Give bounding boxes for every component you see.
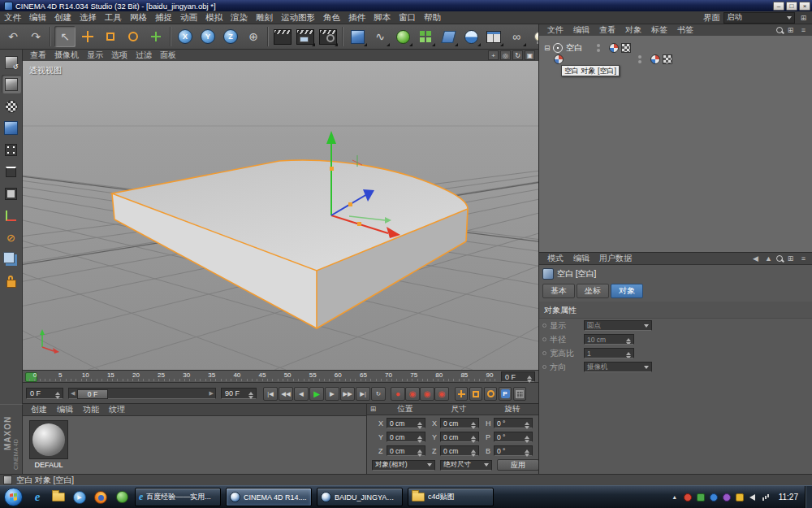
viewport-menu-item[interactable]: 摄像机	[50, 50, 83, 61]
tray-update-icon[interactable]	[709, 493, 719, 502]
search-icon[interactable]	[776, 255, 783, 262]
select-tool-button[interactable]: ↖	[54, 26, 76, 47]
menu-item[interactable]: 渲染	[227, 12, 252, 24]
menu-item[interactable]: 捕捉	[151, 12, 176, 24]
panel-menu-icon[interactable]: ⊞	[368, 404, 378, 414]
rotate-view-icon[interactable]: ↻	[512, 50, 523, 60]
texture-tag-icon[interactable]	[621, 43, 631, 53]
quicklaunch-ie[interactable]: e	[28, 488, 46, 506]
render-picture-viewer-button[interactable]	[295, 26, 316, 47]
object-manager-tab[interactable]: 文件	[542, 24, 568, 36]
search-icon[interactable]	[776, 27, 783, 33]
tab-coordinates[interactable]: 坐标	[577, 284, 609, 298]
spinner-icon[interactable]	[471, 419, 477, 432]
material-tab[interactable]: 功能	[78, 404, 104, 415]
spinner-icon[interactable]	[525, 433, 530, 445]
add-generator-button[interactable]	[392, 26, 413, 47]
object-row[interactable]: ⊟ 空白	[539, 42, 812, 54]
taskbar-window-jingyan[interactable]: BAIDU_JINGYAN ...	[317, 488, 403, 506]
viewport-solo-off-button[interactable]: ⊘	[2, 228, 21, 247]
lock-workplane-button[interactable]	[2, 272, 21, 291]
parameter-keys-toggle[interactable]: P	[499, 387, 512, 401]
rotation-p-field[interactable]: 0 °	[494, 432, 533, 442]
close-button[interactable]: ×	[799, 2, 810, 11]
toggle-view-icon[interactable]: ▣	[525, 50, 535, 60]
phong-tag-icon[interactable]	[609, 43, 619, 53]
position-z-field[interactable]: 0 cm	[387, 445, 425, 456]
rotate-tool-button[interactable]	[123, 26, 144, 47]
texture-mode-button[interactable]	[2, 97, 21, 115]
taskbar-window-folder[interactable]: c4d贴图	[408, 488, 494, 506]
tray-security-icon[interactable]	[722, 493, 732, 502]
menu-item[interactable]: 雕刻	[252, 12, 277, 24]
timeline-slider-handle[interactable]: 0 F	[77, 389, 108, 399]
coordinate-system-button[interactable]: ⊕	[243, 26, 264, 47]
viewport-menu-item[interactable]: 查看	[26, 50, 50, 61]
go-to-start-button[interactable]: |◀	[263, 387, 278, 401]
menu-item[interactable]: 网格	[126, 12, 151, 24]
tray-im-icon[interactable]	[696, 493, 706, 502]
minimize-button[interactable]: –	[773, 2, 784, 11]
tab-object[interactable]: 对象	[611, 284, 643, 298]
menu-icon[interactable]: ≡	[798, 25, 809, 35]
spinner-icon[interactable]	[55, 389, 61, 402]
model-mode-button[interactable]	[2, 75, 21, 93]
show-desktop-button[interactable]	[805, 486, 812, 508]
quicklaunch-media-player[interactable]: ▶	[71, 488, 89, 506]
play-button[interactable]: ▶	[309, 387, 324, 401]
material-item[interactable]: DEFAUL	[28, 420, 70, 469]
viewport-solo-single-button[interactable]	[2, 250, 21, 269]
spinner-icon[interactable]	[525, 447, 530, 459]
start-frame-field[interactable]: 0 F	[26, 388, 63, 399]
spinner-icon[interactable]	[471, 447, 477, 459]
record-keyframe-button[interactable]: ●	[391, 387, 405, 401]
attribute-manager-tab[interactable]: 用户数据	[594, 253, 637, 264]
spinner-icon[interactable]	[626, 336, 632, 345]
taskbar-clock[interactable]: 11:27	[774, 493, 805, 501]
keyframe-dot-icon[interactable]	[542, 337, 546, 341]
loop-button[interactable]: ↻	[371, 387, 386, 401]
spinner-icon[interactable]	[417, 433, 423, 445]
enable-axis-button[interactable]	[2, 206, 21, 225]
size-y-field[interactable]: 0 cm	[440, 432, 479, 442]
workplane-mode-button[interactable]	[2, 119, 21, 137]
undo-button[interactable]: ↶	[2, 26, 24, 47]
convert-to-editable-button[interactable]	[2, 53, 21, 72]
menu-item[interactable]: 选择	[76, 12, 101, 24]
end-frame-field[interactable]: 90 F	[221, 388, 257, 399]
object-row[interactable]	[539, 54, 812, 65]
pla-keys-toggle[interactable]	[513, 387, 526, 401]
tray-antivirus-icon[interactable]	[683, 493, 693, 502]
menu-item[interactable]: 脚本	[369, 12, 395, 24]
menu-item[interactable]: 工具	[101, 12, 126, 24]
next-frame-button[interactable]: ▶	[325, 387, 339, 401]
object-tree[interactable]: ⊟ 空白 空白 对象 [空白]	[539, 36, 812, 252]
object-manager-tab[interactable]: 编辑	[568, 24, 594, 36]
zoom-view-icon[interactable]: ◎	[500, 50, 511, 60]
slider-right-arrow-icon[interactable]: ▶	[209, 390, 214, 397]
add-cube-button[interactable]	[347, 26, 368, 47]
apply-button[interactable]: 应用	[497, 459, 539, 471]
object-name[interactable]: 空白	[566, 42, 582, 54]
spinner-icon[interactable]	[626, 350, 632, 358]
spinner-icon[interactable]	[417, 419, 423, 432]
back-icon[interactable]: ◀	[750, 254, 761, 263]
redo-button[interactable]: ↷	[25, 26, 46, 47]
autokey-position-button[interactable]: ◉	[405, 387, 420, 401]
viewport-menu-item[interactable]: 过滤	[132, 50, 156, 61]
orientation-dropdown[interactable]: 摄像机	[584, 362, 652, 372]
material-thumbnail[interactable]	[29, 420, 68, 459]
object-manager-tab[interactable]: 标签	[646, 24, 672, 36]
taskbar-window-cinema4d[interactable]: CINEMA 4D R14....	[226, 488, 312, 506]
lock-y-axis-button[interactable]: Y	[197, 26, 218, 47]
material-tab[interactable]: 纹理	[104, 404, 130, 415]
menu-item[interactable]: 文件	[0, 12, 25, 24]
scale-tool-button[interactable]	[100, 26, 121, 47]
render-view-button[interactable]	[272, 26, 293, 47]
rotation-b-field[interactable]: 0 °	[494, 445, 533, 456]
last-tool-button[interactable]	[145, 26, 166, 47]
autokey-scale-button[interactable]: ◉	[420, 387, 434, 401]
attribute-manager-tab[interactable]: 模式	[542, 253, 568, 264]
timeline-ruler[interactable]: 051015202530354045505560657075808590 0 F	[23, 370, 538, 383]
attribute-manager-tab[interactable]: 编辑	[568, 253, 594, 264]
